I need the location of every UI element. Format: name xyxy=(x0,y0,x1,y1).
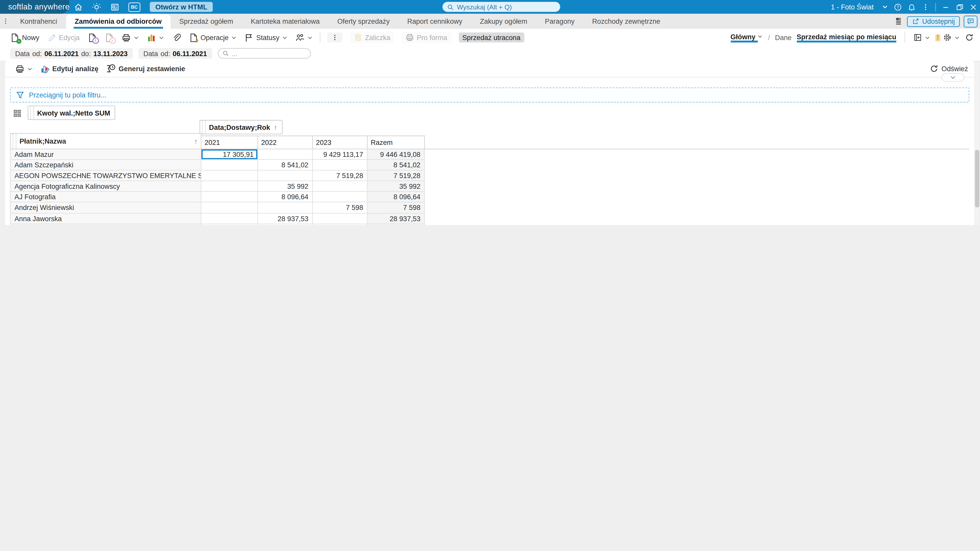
tabs-menu-icon[interactable] xyxy=(0,14,11,29)
view-report-link[interactable]: Sprzedaż miesiąc po miesiącu xyxy=(797,33,896,42)
pivot-cell[interactable]: 7 519,28 xyxy=(368,171,425,181)
pivot-column-header-2023[interactable]: 2023 xyxy=(313,135,368,149)
pivot-cell[interactable] xyxy=(313,192,368,203)
pivot-cell[interactable]: 9 446 419,08 xyxy=(368,149,425,160)
analysis-print-button[interactable] xyxy=(15,64,33,73)
statuses-button[interactable]: Statusy xyxy=(244,33,287,42)
toc-panel-icon[interactable] xyxy=(894,17,903,26)
pivot-row-header[interactable]: Anna Kołodziej xyxy=(10,224,201,225)
tab-sprzedaż-ogółem[interactable]: Sprzedaż ogółem xyxy=(170,14,242,29)
document-info-button[interactable]: i xyxy=(87,33,97,42)
pivot-cell[interactable] xyxy=(258,203,313,213)
date-range-filter-chip[interactable]: Dataod: 06.11.2021 do:13.11.2023 xyxy=(10,48,132,59)
drag-handle[interactable] xyxy=(202,121,206,134)
pivot-row-header[interactable]: AEGON POWSZECHNE TOWARZYSTWO EMERYTALNE … xyxy=(10,171,201,181)
pivot-cell[interactable]: 8 096,64 xyxy=(368,192,425,203)
pivot-cell[interactable]: 5 106,55 xyxy=(368,224,425,225)
restore-icon[interactable] xyxy=(956,3,964,11)
tab-kartoteka-materiałowa[interactable]: Kartoteka materiałowa xyxy=(242,14,328,29)
settings-button[interactable]: ! xyxy=(935,33,960,42)
news-icon[interactable] xyxy=(110,2,120,12)
edit-button[interactable]: Edycja xyxy=(47,33,80,42)
pivot-cell[interactable] xyxy=(201,203,258,213)
drag-handle[interactable] xyxy=(30,106,34,119)
pivot-cell[interactable] xyxy=(313,213,368,224)
chevron-down-icon[interactable] xyxy=(882,4,888,10)
tab-rozchody-zewnętrzne[interactable]: Rozchody zewnętrzne xyxy=(584,14,669,29)
pivot-cell[interactable]: 35 992 xyxy=(258,181,313,192)
pivot-cell[interactable]: 28 937,53 xyxy=(368,213,425,224)
list-search-input[interactable]: ... xyxy=(218,48,311,59)
contacts-button[interactable] xyxy=(295,33,313,42)
open-in-html-button[interactable]: Otwórz w HTML xyxy=(150,2,213,12)
refresh-icon[interactable] xyxy=(965,33,974,42)
column-field-chip[interactable]: Data;Dostawy;Rok ↑ xyxy=(200,120,283,134)
comments-button[interactable] xyxy=(964,15,977,27)
tab-kontrahenci[interactable]: Kontrahenci xyxy=(11,14,66,29)
print-button[interactable] xyxy=(121,33,139,42)
pivot-cell[interactable]: 28 937,53 xyxy=(258,213,313,224)
row-field-header[interactable]: Płatnik;Nazwa ↑ xyxy=(10,133,201,149)
generate-report-button[interactable]: Generuj zestawienie xyxy=(106,64,185,74)
document-delete-button[interactable]: x xyxy=(104,33,114,42)
view-data-link[interactable]: Dane xyxy=(775,34,792,41)
tab-zamówienia-od-odbiorców[interactable]: Zamówienia od odbiorców xyxy=(66,14,170,29)
pivot-cell[interactable]: 7 519,28 xyxy=(313,171,368,181)
notifications-bell-icon[interactable] xyxy=(907,3,916,11)
pivot-column-header-2021[interactable]: 2021 xyxy=(201,135,258,149)
pivot-cell[interactable]: 9 429 113,17 xyxy=(313,149,368,160)
pivot-row-header[interactable]: Adam Szczepański xyxy=(10,160,201,171)
tab-oferty-sprzedaży[interactable]: Oferty sprzedaży xyxy=(328,14,398,29)
share-button[interactable]: Udostępnij xyxy=(907,16,960,27)
pivot-cell[interactable]: 3 259 xyxy=(201,224,258,225)
pivot-column-header-razem[interactable]: Razem xyxy=(368,135,425,149)
collapse-toolbar-pill[interactable] xyxy=(942,73,964,82)
pivot-cell[interactable] xyxy=(201,181,258,192)
measure-field-chip[interactable]: Kwoty wal.;Netto SUM xyxy=(28,106,115,120)
pivot-cell[interactable]: 7 598 xyxy=(313,203,368,213)
data-area-icon[interactable] xyxy=(13,109,22,118)
scrollbar-thumb[interactable] xyxy=(975,150,979,207)
more-options-icon[interactable] xyxy=(921,3,930,11)
global-search-input[interactable]: Wyszukaj (Alt + Q) xyxy=(442,2,560,12)
pivot-cell[interactable]: 17 305,91 xyxy=(201,149,258,160)
collapse-panel-button[interactable] xyxy=(913,33,931,42)
more-actions-button[interactable] xyxy=(327,32,342,42)
operations-button[interactable]: Operacje xyxy=(189,33,237,42)
drag-handle[interactable] xyxy=(13,134,16,149)
refresh-analysis-button[interactable]: Odśwież xyxy=(929,64,968,73)
lightbulb-icon[interactable] xyxy=(92,2,101,12)
charts-button[interactable] xyxy=(146,33,164,42)
view-main-link[interactable]: Główny xyxy=(730,33,763,42)
tab-paragony[interactable]: Paragony xyxy=(536,14,584,29)
pivot-cell[interactable]: 8 096,64 xyxy=(258,192,313,203)
pivot-cell[interactable] xyxy=(313,224,368,225)
pivot-cell[interactable] xyxy=(201,171,258,181)
vertical-scrollbar[interactable] xyxy=(975,62,979,225)
pivot-cell[interactable]: 8 541,02 xyxy=(368,160,425,171)
tab-zakupy-ogółem[interactable]: Zakupy ogółem xyxy=(471,14,536,29)
pivot-cell[interactable] xyxy=(258,171,313,181)
pivot-cell[interactable] xyxy=(313,160,368,171)
pivot-cell[interactable] xyxy=(313,181,368,192)
tab-raport-cennikowy[interactable]: Raport cennikowy xyxy=(398,14,471,29)
new-button[interactable]: + Nowy xyxy=(10,33,39,42)
pivot-cell[interactable]: 8 541,02 xyxy=(258,160,313,171)
edit-analysis-button[interactable]: Edytuj analizę xyxy=(40,64,99,73)
date-filter-chip[interactable]: Dataod: 06.11.2021 xyxy=(138,48,212,59)
company-selector[interactable]: 1 - Foto Świat xyxy=(831,3,873,11)
pivot-row-header[interactable]: Anna Jaworska xyxy=(10,213,201,224)
pivot-column-header-2022[interactable]: 2022 xyxy=(258,135,313,149)
help-icon[interactable] xyxy=(894,3,902,11)
close-icon[interactable] xyxy=(969,3,977,11)
minimize-icon[interactable] xyxy=(942,3,950,11)
attachments-button[interactable] xyxy=(172,33,181,42)
pivot-cell[interactable]: 7 598 xyxy=(368,203,425,213)
bc-module-icon[interactable]: BC xyxy=(128,2,140,12)
pivot-row-header[interactable]: Adam Mazur xyxy=(10,149,201,160)
home-icon[interactable] xyxy=(74,2,83,12)
pivot-cell[interactable] xyxy=(201,160,258,171)
pivot-cell[interactable] xyxy=(201,192,258,203)
pivot-row-header[interactable]: AJ Fotografia xyxy=(10,192,201,203)
pivot-cell[interactable] xyxy=(201,213,258,224)
